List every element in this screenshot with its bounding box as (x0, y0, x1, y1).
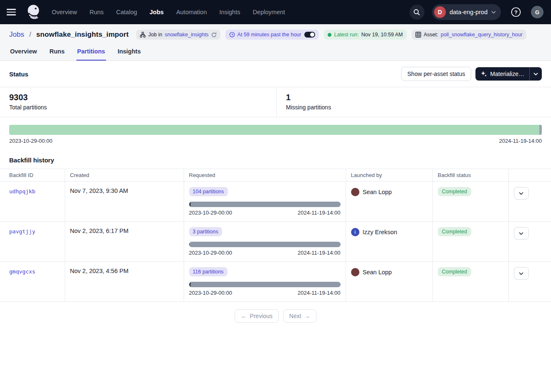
deployment-name: data-eng-prod (450, 9, 488, 15)
chevron-down-icon (491, 11, 496, 14)
nav-item-jobs[interactable]: Jobs (149, 9, 164, 15)
status-heading: Status (9, 71, 28, 78)
nav-item-overview[interactable]: Overview (52, 9, 77, 15)
latest-run-badge: Latest run: Nov 19, 10:59 AM (324, 30, 406, 40)
job-location-badge: Job in snowflake_insights (136, 30, 220, 40)
latest-run-value[interactable]: Nov 19, 10:59 AM (361, 32, 403, 38)
requested-range-bar (189, 242, 341, 247)
partition-status-bar[interactable] (9, 125, 542, 135)
backfill-status-badge: Completed (438, 227, 471, 236)
table-row: pavgtjjy Nov 2, 2023, 6:17 PM 3 partitio… (0, 222, 551, 262)
row-actions-button[interactable] (514, 187, 529, 200)
table-row: udhpqjkb Nov 7, 2023, 9:30 AM 104 partit… (0, 182, 551, 222)
arrow-left-icon: ← (241, 313, 247, 319)
requested-partitions-pill[interactable]: 104 partitions (189, 187, 228, 196)
requested-range-end: 2024-11-19-14:00 (298, 250, 340, 256)
nav-item-catalog[interactable]: Catalog (116, 9, 137, 15)
asset-grid-icon (415, 32, 421, 38)
help-button[interactable]: ? (509, 5, 523, 19)
job-tabs: Overview Runs Partitions Insights (0, 44, 551, 61)
missing-partitions-value: 1 (286, 93, 331, 102)
previous-page-button[interactable]: ← Previous (235, 309, 278, 323)
col-requested: Requested (184, 169, 346, 182)
requested-range-end: 2024-11-19-14:00 (298, 210, 340, 216)
col-launched-by: Launched by (346, 169, 432, 182)
schedule-text: At 59 minutes past the hour (238, 32, 301, 38)
chevron-down-icon (519, 272, 523, 275)
missing-partitions-label: Missing partitions (286, 104, 331, 111)
col-backfill-id: Backfill ID (0, 169, 65, 182)
launched-by-name: Sean Lopp (363, 269, 392, 276)
requested-range-start: 2023-10-29-00:00 (189, 290, 232, 296)
requested-range-end: 2024-11-19-14:00 (298, 290, 340, 296)
table-header-row: Backfill ID Created Requested Launched b… (0, 169, 551, 182)
backfill-history-heading: Backfill history (0, 148, 551, 169)
requested-partitions-pill[interactable]: 116 partitions (189, 267, 227, 276)
schedule-toggle[interactable] (304, 32, 315, 38)
user-avatar (351, 188, 359, 196)
pagination: ← Previous Next → (0, 302, 551, 330)
nav-item-deployment[interactable]: Deployment (253, 9, 285, 15)
backfill-id-link[interactable]: udhpqjkb (9, 188, 35, 195)
requested-partitions-pill[interactable]: 3 partitions (189, 227, 222, 236)
requested-range-bar (189, 282, 341, 287)
asset-label: Asset: (424, 32, 438, 38)
tab-overview[interactable]: Overview (9, 44, 38, 61)
backfill-created: Nov 7, 2023, 9:30 AM (70, 187, 128, 194)
help-icon: ? (511, 7, 521, 18)
user-avatar: i (351, 228, 359, 236)
backfill-status-badge: Completed (438, 267, 471, 276)
row-actions-button[interactable] (514, 267, 529, 280)
job-graph-icon (140, 32, 146, 38)
materialize-button[interactable]: Materialize… (475, 67, 529, 81)
sparkle-icon (480, 71, 487, 77)
search-icon (413, 9, 420, 16)
backfill-created: Nov 2, 2023, 6:17 PM (70, 228, 129, 234)
backfill-history-table: Backfill ID Created Requested Launched b… (0, 169, 551, 302)
deployment-switcher[interactable]: D data-eng-prod (432, 4, 501, 20)
search-button[interactable] (409, 5, 425, 20)
launched-by-name: Sean Lopp (363, 189, 392, 195)
refresh-icon[interactable] (211, 32, 217, 38)
table-row: gmqvgcxs Nov 2, 2023, 4:56 PM 116 partit… (0, 262, 551, 302)
svg-text:?: ? (514, 9, 518, 15)
partition-stats: 9303 Total partitions 1 Missing partitio… (0, 87, 551, 117)
tab-insights[interactable]: Insights (117, 44, 142, 61)
materialize-dropdown-button[interactable] (529, 67, 542, 81)
show-per-asset-status-button[interactable]: Show per-asset status (401, 67, 472, 81)
materialize-split-button: Materialize… (475, 67, 542, 81)
launched-by-name: Izzy Erekson (363, 229, 397, 235)
total-partitions-label: Total partitions (9, 104, 267, 111)
requested-range-start: 2023-10-29-00:00 (189, 210, 232, 216)
page-title: snowflake_insights_import (36, 30, 129, 39)
breadcrumb-separator: / (29, 30, 31, 39)
run-status-dot-icon (328, 33, 331, 37)
hamburger-menu-icon[interactable] (7, 6, 18, 18)
asset-badge: Asset: poll_snowflake_query_history_hour (412, 30, 526, 40)
arrow-right-icon: → (304, 313, 310, 319)
next-page-button[interactable]: Next → (283, 309, 316, 323)
nav-item-automation[interactable]: Automation (176, 9, 207, 15)
tab-partitions[interactable]: Partitions (76, 44, 106, 61)
missing-partition-segment (539, 125, 542, 135)
deployment-avatar: D (434, 6, 446, 18)
tab-runs[interactable]: Runs (49, 44, 66, 61)
nav-item-runs[interactable]: Runs (89, 9, 104, 15)
job-location-link[interactable]: snowflake_insights (165, 32, 209, 38)
breadcrumb-jobs-link[interactable]: Jobs (9, 30, 24, 39)
status-header-row: Status Show per-asset status Materialize… (0, 61, 551, 87)
asset-link[interactable]: poll_snowflake_query_history_hour (441, 32, 523, 38)
breadcrumb: Jobs / snowflake_insights_import Job in … (0, 24, 551, 44)
dagster-logo-icon[interactable] (25, 3, 42, 21)
user-avatar[interactable]: G (531, 6, 543, 18)
col-backfill-status: Backfill status (432, 169, 508, 182)
latest-run-label: Latest run: (334, 32, 359, 38)
total-partitions-value: 9303 (9, 93, 267, 102)
col-created: Created (65, 169, 184, 182)
backfill-id-link[interactable]: gmqvgcxs (9, 268, 35, 275)
backfill-id-link[interactable]: pavgtjjy (9, 228, 35, 235)
backfill-status-badge: Completed (438, 187, 471, 196)
row-actions-button[interactable] (514, 227, 529, 240)
main-nav-links: Overview Runs Catalog Jobs Automation In… (52, 9, 285, 15)
nav-item-insights[interactable]: Insights (219, 9, 240, 15)
